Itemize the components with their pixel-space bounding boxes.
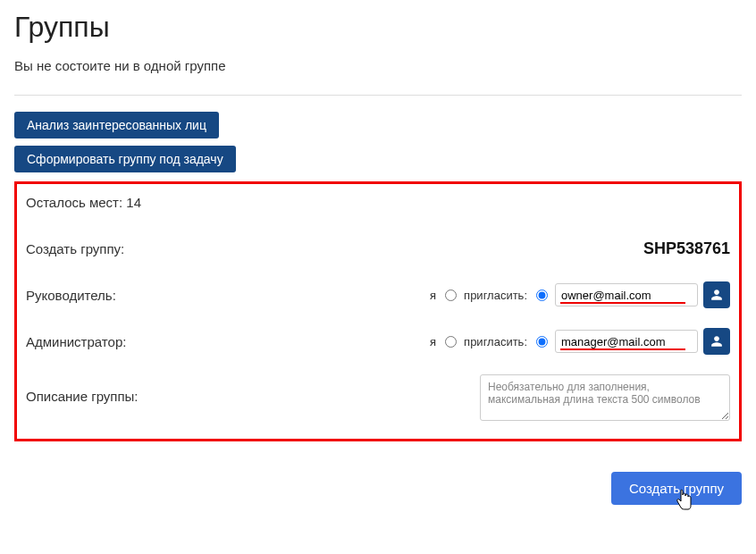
divider — [14, 95, 742, 96]
owner-contacts-button[interactable] — [703, 281, 730, 308]
person-icon — [710, 289, 723, 301]
create-group-form: Осталось мест: 14 Создать группу: SHP538… — [14, 181, 742, 441]
description-textarea[interactable] — [480, 374, 730, 421]
owner-me-radio[interactable] — [445, 290, 457, 301]
admin-invite-radio[interactable] — [536, 336, 548, 348]
owner-me-label: я — [430, 289, 436, 302]
person-icon — [710, 335, 723, 348]
admin-row: Администратор: я пригласить: — [26, 328, 730, 355]
admin-label: Администратор: — [26, 334, 126, 349]
owner-invite-radio[interactable] — [536, 290, 548, 301]
admin-me-radio[interactable] — [445, 336, 457, 348]
admin-invite-label: пригласить: — [464, 335, 527, 348]
description-row: Описание группы: — [26, 374, 730, 421]
owner-row: Руководитель: я пригласить: — [26, 281, 730, 308]
create-group-label: Создать группу: — [26, 241, 124, 256]
group-id-value: SHP538761 — [643, 239, 730, 258]
create-group-title-row: Создать группу: SHP538761 — [26, 235, 730, 262]
admin-contacts-button[interactable] — [703, 328, 730, 355]
description-label: Описание группы: — [26, 389, 139, 404]
admin-email-input[interactable] — [555, 330, 698, 353]
stakeholder-analysis-button[interactable]: Анализ заинтересованных лиц — [14, 112, 219, 138]
no-groups-message: Вы не состоите ни в одной группе — [14, 58, 742, 73]
create-group-button[interactable]: Создать группу — [611, 472, 742, 505]
owner-email-input[interactable] — [555, 283, 698, 306]
owner-label: Руководитель: — [26, 288, 116, 303]
submit-row: Создать группу — [14, 472, 742, 505]
admin-me-label: я — [430, 335, 436, 348]
page-title: Группы — [14, 11, 742, 44]
form-task-group-button[interactable]: Сформировать группу под задачу — [14, 146, 236, 172]
slots-left-label: Осталось мест: 14 — [26, 195, 730, 210]
owner-invite-label: пригласить: — [464, 289, 527, 302]
